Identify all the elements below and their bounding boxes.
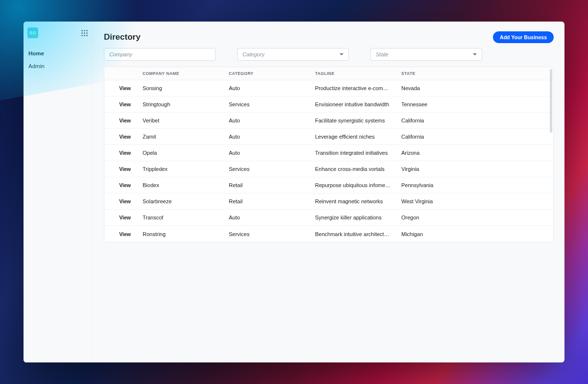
filter-bar: Category State [104, 48, 554, 61]
cell-category: Services [224, 96, 310, 112]
cell-state: Nevada [396, 80, 553, 96]
sidebar: BD HomeAdmin [24, 22, 93, 362]
cell-tagline: Repurpose ubiquitous infomedi… [310, 177, 396, 193]
cell-category: Auto [224, 210, 310, 225]
cell-tagline: Facilitate synergistic systems [310, 113, 396, 128]
cell-company: Zamit [138, 129, 224, 144]
cell-company: Stringtough [138, 96, 224, 112]
cell-company: Transcof [138, 210, 224, 225]
cell-tagline: Reinvent magnetic networks [310, 193, 396, 209]
chevron-down-icon [340, 53, 343, 55]
sidebar-item-home[interactable]: Home [24, 47, 93, 60]
app-window: BD HomeAdmin Directory Add Your Business… [24, 22, 564, 362]
view-button[interactable]: View [117, 198, 133, 204]
directory-table: COMPANY NAME CATEGORY TAGLINE STATE View… [104, 67, 554, 242]
col-header-category: CATEGORY [224, 67, 310, 80]
table-row: ViewTranscofAutoSynergize killer applica… [104, 210, 553, 226]
page-title: Directory [104, 32, 141, 42]
cell-company: Veribet [138, 113, 224, 128]
table-row: ViewOpelaAutoTransition integrated initi… [104, 145, 553, 161]
view-button[interactable]: View [117, 150, 133, 156]
chevron-down-icon [473, 53, 477, 55]
cell-company: Ronstring [138, 226, 224, 242]
view-button[interactable]: View [117, 134, 133, 140]
view-button[interactable]: View [117, 166, 133, 172]
cell-category: Services [224, 161, 310, 177]
cell-company: Sonsing [138, 80, 224, 96]
cell-state: Michigan [396, 226, 553, 242]
view-button[interactable]: View [117, 101, 133, 107]
cell-company: Trippledex [138, 161, 224, 177]
cell-category: Auto [224, 129, 310, 144]
table-row: ViewZamitAutoLeverage efficient nichesCa… [104, 129, 553, 145]
table-row: ViewBiodexRetailRepurpose ubiquitous inf… [104, 177, 553, 193]
table-row: ViewSolarbreezeRetailReinvent magnetic n… [104, 193, 553, 210]
view-button[interactable]: View [117, 231, 133, 237]
view-button[interactable]: View [117, 182, 133, 188]
cell-category: Auto [224, 145, 310, 161]
col-header-state: STATE [396, 67, 553, 80]
sidebar-nav: HomeAdmin [24, 44, 93, 72]
cell-state: Virginia [396, 161, 553, 177]
cell-state: California [396, 113, 553, 128]
apps-grid-icon[interactable] [81, 30, 88, 36]
cell-state: Arizona [396, 145, 553, 161]
cell-company: Solarbreeze [138, 193, 224, 209]
table-row: ViewVeribetAutoFacilitate synergistic sy… [104, 113, 553, 129]
cell-category: Retail [224, 177, 310, 193]
scrollbar-thumb[interactable] [550, 69, 552, 133]
state-filter-select[interactable]: State [370, 48, 482, 61]
app-logo-text: BD [29, 30, 36, 35]
cell-state: Pennsylvania [396, 177, 553, 193]
cell-category: Services [224, 226, 310, 242]
table-row: ViewStringtoughServicesEnvisioneer intui… [104, 96, 553, 113]
col-header-company: COMPANY NAME [138, 67, 224, 80]
cell-company: Opela [138, 145, 224, 161]
category-filter-select[interactable]: Category [237, 48, 349, 61]
col-header-tagline: TAGLINE [310, 67, 396, 80]
view-button[interactable]: View [117, 215, 133, 220]
cell-tagline: Benchmark intuitive architectures [310, 226, 396, 242]
table-row: ViewSonsingAutoProductize interactive e-… [104, 80, 553, 96]
table-header-row: COMPANY NAME CATEGORY TAGLINE STATE [104, 67, 553, 80]
cell-category: Retail [224, 193, 310, 209]
add-business-button[interactable]: Add Your Business [493, 31, 554, 43]
cell-tagline: Enhance cross-media vortals [310, 161, 396, 177]
company-filter-input[interactable] [104, 48, 216, 61]
cell-state: West Virginia [396, 193, 553, 209]
table-body: ViewSonsingAutoProductize interactive e-… [104, 80, 553, 242]
sidebar-item-admin[interactable]: Admin [24, 60, 93, 72]
cell-category: Auto [224, 80, 310, 96]
table-row: ViewTrippledexServicesEnhance cross-medi… [104, 161, 553, 177]
app-logo[interactable]: BD [27, 27, 38, 38]
page-header: Directory Add Your Business [104, 31, 554, 43]
sidebar-header: BD [24, 22, 93, 44]
cell-tagline: Leverage efficient niches [310, 129, 396, 144]
view-button[interactable]: View [117, 85, 133, 91]
category-filter-placeholder: Category [243, 51, 265, 57]
cell-state: Oregon [396, 210, 553, 225]
cell-tagline: Envisioneer intuitive bandwidth [310, 96, 396, 112]
cell-state: California [396, 129, 553, 144]
cell-state: Tennessee [396, 96, 553, 112]
cell-tagline: Synergize killer applications [310, 210, 396, 225]
cell-tagline: Transition integrated initiatives [310, 145, 396, 161]
cell-company: Biodex [138, 177, 224, 193]
table-row: ViewRonstringServicesBenchmark intuitive… [104, 226, 553, 242]
cell-category: Auto [224, 113, 310, 128]
cell-tagline: Productize interactive e-comme… [310, 80, 396, 96]
state-filter-placeholder: State [376, 51, 389, 57]
main-content: Directory Add Your Business Category Sta… [93, 22, 564, 362]
view-button[interactable]: View [117, 118, 133, 123]
